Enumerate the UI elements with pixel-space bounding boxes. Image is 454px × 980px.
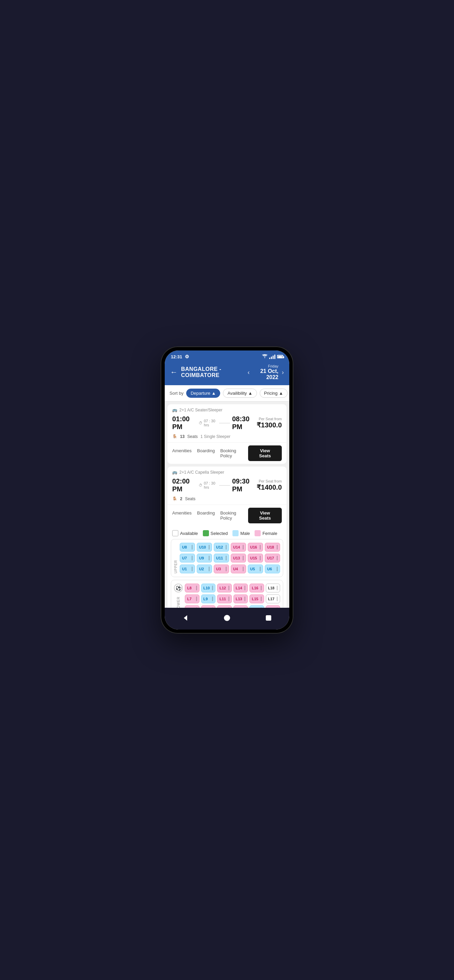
seat-L7[interactable]: L7 bbox=[185, 595, 199, 603]
per-seat-label-2: Per Seat from bbox=[256, 479, 282, 483]
seat-U4[interactable]: U4 bbox=[231, 565, 246, 573]
seat-L12[interactable]: L12 bbox=[217, 584, 232, 592]
seat-L9[interactable]: L9 bbox=[201, 595, 216, 603]
seat-L10[interactable]: L10 bbox=[201, 584, 216, 592]
seat-L15[interactable]: L15 bbox=[250, 595, 264, 603]
legend-selected-label: Selected bbox=[211, 531, 228, 536]
upper-row-3: U1 U2 U3 U4 U5 U6 bbox=[180, 565, 280, 573]
next-date-button[interactable]: › bbox=[282, 369, 284, 376]
seat-legend: Available Selected Male Female bbox=[167, 526, 287, 539]
lower-deck-label: Lower bbox=[177, 597, 180, 608]
upper-row-2: U7 U9 U11 U13 U15 U17 bbox=[180, 554, 280, 563]
sort-availability[interactable]: Availibility ▲ bbox=[223, 388, 256, 398]
svg-marker-3 bbox=[184, 615, 187, 620]
card-footer-1: Amenities Boarding Booking Policy View S… bbox=[167, 442, 287, 464]
seat-info-2: 🪑 2 Seats bbox=[167, 496, 287, 504]
bus-card-2: 🚌 2+1 A/C Capella Sleeper 02:00 PM ⏱ 07 … bbox=[167, 466, 287, 608]
back-button[interactable]: ← bbox=[170, 368, 178, 377]
seat-L6[interactable]: L6 bbox=[266, 605, 280, 608]
upper-seat-rows: U8 U10 U12 U14 U16 U18 U7 U9 bbox=[180, 543, 280, 573]
arrival-2: 09:30 PM bbox=[232, 477, 256, 493]
seat-L16[interactable]: L16 bbox=[250, 584, 264, 592]
seat-U9[interactable]: U9 bbox=[197, 554, 212, 563]
seat-L18[interactable]: L18 bbox=[266, 584, 280, 592]
price-1: ₹1300.0 bbox=[256, 421, 282, 429]
seat-L1[interactable]: L1 bbox=[185, 605, 199, 608]
nav-back-button[interactable] bbox=[180, 612, 191, 624]
seat-L4[interactable]: L4 bbox=[233, 605, 248, 608]
view-seats-btn-1[interactable]: View Seats bbox=[248, 445, 282, 461]
seat-icon-2: 🪑 bbox=[172, 496, 177, 501]
route-title: BANGALORE - COIMBATORE bbox=[181, 366, 248, 379]
booking-policy-link-1[interactable]: Booking Policy bbox=[220, 448, 248, 458]
bus-timing-1: 01:00 PM ⏱ 07 : 30 hrs 08:30 PM Per Seat… bbox=[167, 412, 287, 434]
boarding-link-1[interactable]: Boarding bbox=[197, 448, 215, 458]
seat-L2[interactable]: L2 bbox=[201, 605, 216, 608]
svg-point-4 bbox=[224, 615, 230, 621]
price-2: ₹1400.0 bbox=[256, 483, 282, 492]
seat-L13[interactable]: L13 bbox=[233, 595, 248, 603]
departure-2: 02:00 PM bbox=[172, 477, 197, 493]
seat-U17[interactable]: U17 bbox=[265, 554, 280, 563]
lower-row-1: L8 L10 L12 L14 L16 L18 bbox=[185, 584, 280, 592]
seat-U10[interactable]: U10 bbox=[197, 543, 212, 552]
seat-L3[interactable]: L3 bbox=[217, 605, 232, 608]
bus-card-1: 🚌 2+1 A/C Seater/Sleeper 01:00 PM ⏱ 07 :… bbox=[167, 404, 287, 464]
seat-L17[interactable]: L17 bbox=[266, 595, 280, 603]
seat-U1[interactable]: U1 bbox=[180, 565, 195, 573]
seat-U11[interactable]: U11 bbox=[214, 554, 229, 563]
bus-type-2: 🚌 2+1 A/C Capella Sleeper bbox=[167, 466, 287, 475]
arrival-1: 08:30 PM bbox=[232, 415, 256, 431]
seat-U3[interactable]: U3 bbox=[214, 565, 229, 573]
seat-L8[interactable]: L8 bbox=[185, 584, 199, 592]
seat-U12[interactable]: U12 bbox=[214, 543, 229, 552]
date-label: 21 Oct, 2022 bbox=[253, 368, 279, 380]
per-seat-label-1: Per Seat from bbox=[256, 417, 282, 421]
seat-U8[interactable]: U8 bbox=[180, 543, 195, 552]
seat-U14[interactable]: U14 bbox=[231, 543, 246, 552]
svg-rect-5 bbox=[266, 615, 271, 620]
bottom-nav bbox=[165, 608, 289, 630]
card-footer-2: Amenities Boarding Booking Policy View S… bbox=[167, 504, 287, 526]
lower-deck: ⚽ Lower L8 L10 L12 L14 L16 bbox=[171, 580, 283, 608]
seat-L5[interactable]: L5 bbox=[250, 605, 264, 608]
wifi-icon bbox=[262, 354, 268, 360]
legend-female-box bbox=[255, 530, 261, 536]
header: ← BANGALORE - COIMBATORE ‹ Friday 21 Oct… bbox=[165, 361, 289, 385]
legend-male-box bbox=[233, 530, 239, 536]
nav-recent-button[interactable] bbox=[263, 612, 274, 624]
lower-row-3: L1 L2 L3 L4 L5 L6 bbox=[185, 605, 280, 608]
prev-date-button[interactable]: ‹ bbox=[248, 369, 250, 376]
lower-deck-icon: ⚽ bbox=[174, 584, 183, 592]
sort-departure[interactable]: Departure ▲ bbox=[186, 388, 220, 398]
bus-icon-1: 🚌 bbox=[172, 408, 177, 412]
legend-male-label: Male bbox=[240, 531, 250, 536]
seat-U6[interactable]: U6 bbox=[265, 565, 280, 573]
sort-pricing[interactable]: Pricing ▲ bbox=[260, 388, 288, 398]
sort-bar: Sort by Departure ▲ Availibility ▲ Prici… bbox=[165, 385, 289, 401]
upper-row-1: U8 U10 U12 U14 U16 U18 bbox=[180, 543, 280, 552]
amenities-link-2[interactable]: Amenities bbox=[172, 511, 191, 520]
seat-U7[interactable]: U7 bbox=[180, 554, 195, 563]
view-seats-btn-2[interactable]: View Seats bbox=[248, 508, 282, 523]
seat-U18[interactable]: U18 bbox=[265, 543, 280, 552]
settings-icon: ⚙ bbox=[185, 354, 189, 360]
seat-L14[interactable]: L14 bbox=[233, 584, 248, 592]
seat-info-1: 🪑 13 Seats 1 Single Sleeper bbox=[167, 434, 287, 442]
seat-U2[interactable]: U2 bbox=[197, 565, 212, 573]
departure-1: 01:00 PM bbox=[172, 415, 197, 431]
day-label: Friday bbox=[253, 364, 279, 368]
seat-L11[interactable]: L11 bbox=[217, 595, 232, 603]
seat-U15[interactable]: U15 bbox=[248, 554, 263, 563]
amenities-link-1[interactable]: Amenities bbox=[172, 448, 191, 458]
seat-U16[interactable]: U16 bbox=[248, 543, 263, 552]
seat-U5[interactable]: U5 bbox=[248, 565, 263, 573]
legend-available-box bbox=[172, 530, 178, 536]
bus-type-1: 🚌 2+1 A/C Seater/Sleeper bbox=[167, 404, 287, 412]
status-time: 12:31 bbox=[171, 354, 182, 360]
nav-home-button[interactable] bbox=[221, 612, 233, 624]
seat-U13[interactable]: U13 bbox=[231, 554, 246, 563]
boarding-link-2[interactable]: Boarding bbox=[197, 511, 215, 520]
booking-policy-link-2[interactable]: Booking Policy bbox=[220, 511, 248, 520]
battery-icon bbox=[277, 355, 283, 358]
